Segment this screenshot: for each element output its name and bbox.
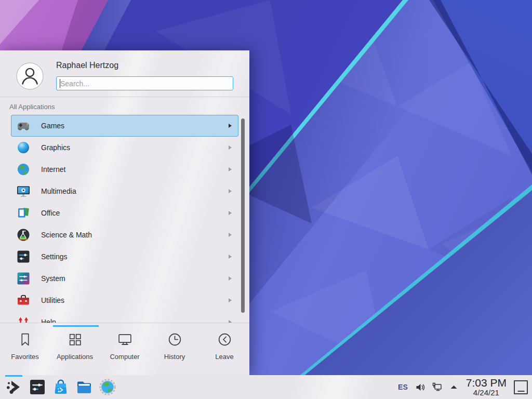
file-manager-launcher[interactable] (72, 375, 96, 399)
taskbar: ES 7:03 (0, 375, 532, 399)
desktop: Raphael Hertzog All Applications (0, 0, 532, 399)
menu-item-label: Help (41, 318, 56, 323)
menu-item-internet[interactable]: Internet (11, 158, 238, 180)
menu-item-multimedia[interactable]: Multimedia (11, 180, 238, 202)
scrollbar[interactable] (241, 118, 245, 313)
menu-item-games[interactable]: Games (11, 115, 238, 137)
menu-item-label: Settings (41, 252, 68, 261)
system-category-icon (17, 272, 30, 285)
menu-item-system[interactable]: System (11, 268, 238, 289)
menu-item-office[interactable]: Office (11, 202, 238, 224)
submenu-arrow-icon (229, 124, 232, 128)
menu-item-label: Graphics (41, 143, 70, 152)
launcher-header: Raphael Hertzog (0, 50, 249, 97)
utilities-category-icon (17, 294, 30, 307)
user-avatar[interactable] (16, 62, 44, 90)
submenu-arrow-icon (229, 276, 232, 281)
science-category-icon (17, 228, 30, 242)
history-icon (167, 332, 182, 349)
menu-item-label: Office (41, 209, 60, 217)
help-category-icon (17, 315, 30, 323)
volume-icon[interactable] (414, 380, 428, 394)
menu-item-graphics[interactable]: Graphics (11, 137, 238, 158)
tab-label: Computer (110, 353, 139, 361)
multimedia-category-icon (17, 184, 30, 198)
system-tray: ES (395, 380, 461, 394)
menu-item-label: Utilities (41, 296, 64, 304)
menu-item-label: System (41, 274, 65, 283)
applications-icon (68, 332, 83, 349)
expand-tray-icon[interactable] (447, 380, 461, 394)
leave-icon (217, 332, 232, 349)
network-icon[interactable] (431, 380, 444, 394)
menu-item-utilities[interactable]: Utilities (11, 289, 238, 311)
graphics-category-icon (17, 141, 30, 154)
application-launcher-button[interactable] (2, 375, 25, 399)
tab-history[interactable]: History (150, 332, 200, 375)
tab-leave[interactable]: Leave (200, 332, 249, 375)
menu-item-label: Multimedia (41, 187, 76, 195)
tab-label: Leave (215, 353, 233, 361)
application-launcher-menu: Raphael Hertzog All Applications (0, 50, 249, 375)
category-list: Games Graphics (0, 114, 249, 323)
tab-label: History (164, 353, 185, 361)
submenu-arrow-icon (229, 298, 232, 302)
keyboard-layout-indicator[interactable]: ES (395, 383, 411, 391)
tab-computer[interactable]: Computer (100, 332, 150, 375)
menu-item-label: Science & Math (41, 231, 92, 239)
clock-time: 7:03 PM (466, 377, 507, 389)
system-settings-launcher[interactable] (25, 375, 49, 399)
discover-launcher[interactable] (49, 375, 72, 399)
submenu-arrow-icon (229, 255, 232, 259)
settings-category-icon (17, 250, 30, 263)
games-category-icon (17, 119, 30, 132)
submenu-arrow-icon (229, 167, 232, 171)
menu-item-settings[interactable]: Settings (11, 246, 238, 268)
menu-item-label: Internet (41, 165, 65, 174)
tab-label: Favorites (11, 353, 38, 361)
search-input[interactable] (56, 76, 233, 90)
launcher-tab-bar: Favorites Applications (0, 323, 249, 375)
submenu-arrow-icon (229, 189, 232, 193)
user-name: Raphael Hertzog (56, 61, 118, 70)
tab-favorites[interactable]: Favorites (0, 332, 50, 375)
tab-applications[interactable]: Applications (50, 332, 100, 375)
office-category-icon (17, 206, 30, 220)
tab-label: Applications (57, 353, 93, 361)
submenu-arrow-icon (229, 233, 232, 237)
web-browser-launcher[interactable] (96, 375, 119, 399)
submenu-arrow-icon (229, 211, 232, 215)
active-tab-indicator (53, 325, 99, 327)
computer-icon (117, 332, 132, 349)
menu-item-science-math[interactable]: Science & Math (11, 224, 238, 246)
clock-date: 4/24/21 (466, 389, 507, 397)
submenu-arrow-icon (229, 145, 232, 150)
internet-category-icon (17, 163, 30, 176)
show-desktop-button[interactable] (514, 380, 528, 394)
menu-item-help[interactable]: Help (11, 311, 238, 323)
header-divider (0, 97, 249, 97)
digital-clock[interactable]: 7:03 PM 4/24/21 (466, 377, 507, 396)
text-cursor (60, 79, 60, 88)
favorites-icon (18, 332, 33, 349)
menu-item-label: Games (41, 122, 64, 130)
section-label: All Applications (9, 103, 55, 111)
